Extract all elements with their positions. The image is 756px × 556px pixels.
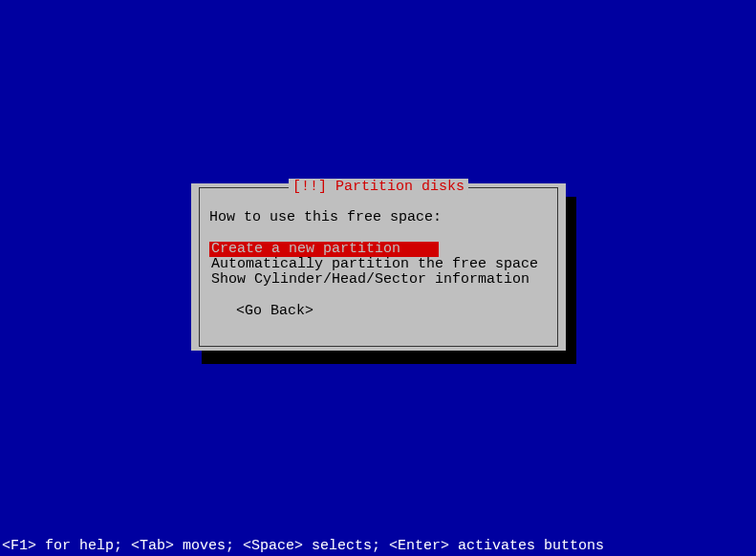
option-show-chs[interactable]: Show Cylinder/Head/Sector information (209, 272, 548, 288)
dialog-border: [!!] Partition disks How to use this fre… (199, 187, 558, 347)
partition-dialog: [!!] Partition disks How to use this fre… (191, 183, 566, 351)
dialog-prompt: How to use this free space: (209, 209, 548, 225)
status-bar: <F1> for help; <Tab> moves; <Space> sele… (2, 538, 604, 554)
go-back-button[interactable]: <Go Back> (236, 303, 548, 319)
option-auto-partition[interactable]: Automatically partition the free space (209, 257, 548, 272)
dialog-title: [!!] Partition disks (289, 179, 468, 195)
option-create-partition[interactable]: Create a new partition (209, 242, 439, 257)
